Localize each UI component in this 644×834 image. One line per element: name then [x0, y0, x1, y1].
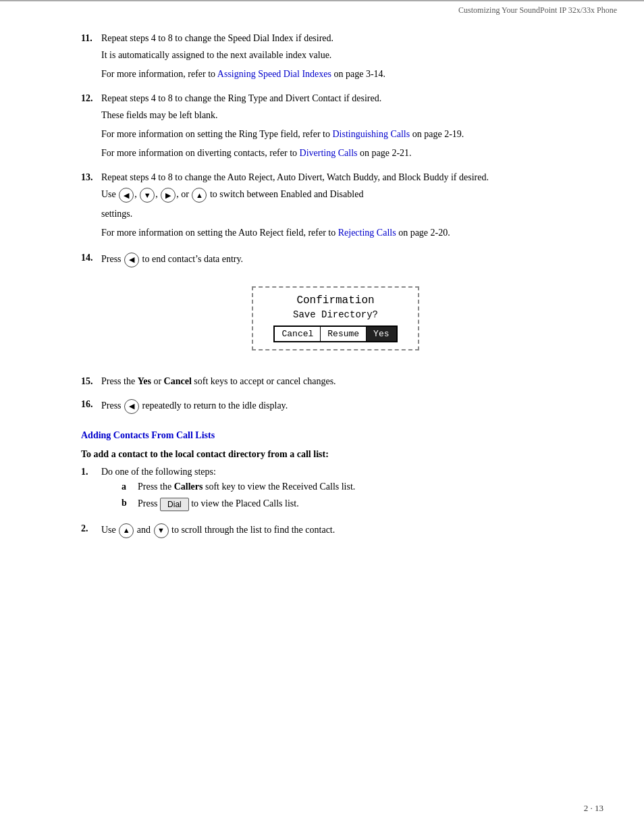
new-step-2: 2. Use ▲ and ▼ to scroll through the lis… — [81, 523, 590, 538]
softkey-cancel[interactable]: Cancel — [275, 327, 321, 341]
substep-a-label: a — [122, 481, 138, 492]
substep-a-text: Press the Callers soft key to view the R… — [138, 481, 355, 492]
nav-left-icon: ◀ — [119, 188, 134, 203]
link-assigning-speed-dial[interactable]: Assigning Speed Dial Indexes — [217, 69, 331, 79]
section-heading: Adding Contacts From Call Lists — [81, 430, 590, 441]
substep-b-label: b — [122, 498, 138, 509]
link-distinguishing-calls[interactable]: Distinguishing Calls — [332, 129, 410, 139]
step-11-main: Repeat steps 4 to 8 to change the Speed … — [101, 33, 590, 44]
step-11: 11. Repeat steps 4 to 8 to change the Sp… — [81, 33, 590, 81]
confirmation-box: Confirmation Save Directory? Cancel Resu… — [252, 286, 419, 350]
new-step-2-main: Use ▲ and ▼ to scroll through the list t… — [101, 523, 590, 538]
step-13: 13. Repeat steps 4 to 8 to change the Au… — [81, 172, 590, 240]
dial-button[interactable]: Dial — [160, 498, 189, 511]
new-step-1-line: 1. Do one of the following steps: — [81, 467, 590, 477]
new-step-1-num: 1. — [81, 467, 101, 477]
step-13-main: Repeat steps 4 to 8 to change the Auto R… — [101, 172, 590, 183]
step-15-num: 15. — [81, 376, 101, 387]
step-11-indent: It is automatically assigned to the next… — [101, 48, 590, 81]
substep-a: a Press the Callers soft key to view the… — [122, 481, 590, 492]
nav-back-icon: ◀ — [124, 253, 139, 267]
step-11-num: 11. — [81, 33, 101, 44]
step-13-note2: For more information on setting the Auto… — [101, 226, 590, 240]
step-11-sub2: For more information, refer to Assigning… — [101, 67, 590, 82]
nav-back-icon2: ◀ — [124, 399, 139, 414]
step-15-line: 15. Press the Yes or Cancel soft keys to… — [81, 376, 590, 387]
step-14-line: 14. Press ◀ to end contact’s data entry. — [81, 253, 590, 267]
softkey-yes[interactable]: Yes — [367, 327, 396, 341]
step-12-indent: These fields may be left blank. For more… — [101, 108, 590, 160]
header-title: Customizing Your SoundPoint IP 32x/33x P… — [458, 5, 617, 15]
step-15: 15. Press the Yes or Cancel soft keys to… — [81, 376, 590, 387]
substep-b: b Press Dial to view the Placed Calls li… — [122, 498, 590, 511]
nav-down2-icon: ▼ — [154, 523, 169, 538]
subsection-heading: To add a contact to the local contact di… — [81, 449, 590, 460]
confirmation-subtitle: Save Directory? — [273, 309, 397, 320]
step-12-num: 12. — [81, 93, 101, 104]
step-13-note1: Use ◀, ▼, ▶, or ▲ to switch between Enab… — [101, 187, 590, 203]
substep-b-text: Press Dial to view the Placed Calls list… — [138, 498, 299, 511]
link-diverting-calls[interactable]: Diverting Calls — [300, 148, 358, 158]
step-13-line: 13. Repeat steps 4 to 8 to change the Au… — [81, 172, 590, 183]
step-11-sub1: It is automatically assigned to the next… — [101, 48, 590, 63]
step-16-line: 16. Press ◀ repeatedly to return to the … — [81, 399, 590, 414]
confirmation-title: Confirmation — [273, 294, 397, 307]
softkey-resume[interactable]: Resume — [321, 327, 367, 341]
step-13-num: 13. — [81, 172, 101, 183]
new-step-2-num: 2. — [81, 523, 101, 534]
page-footer: 2 · 13 — [584, 803, 603, 814]
step-14: 14. Press ◀ to end contact’s data entry.… — [81, 253, 590, 363]
nav-up-icon: ▲ — [192, 188, 207, 203]
step-14-main: Press ◀ to end contact’s data entry. — [101, 253, 590, 267]
step-16: 16. Press ◀ repeatedly to return to the … — [81, 399, 590, 414]
page-number: 2 · 13 — [584, 803, 603, 813]
step-16-main: Press ◀ repeatedly to return to the idle… — [101, 399, 590, 414]
step-16-num: 16. — [81, 399, 101, 410]
step-12-sub2: For more information on setting the Ring… — [101, 127, 590, 142]
new-step-1-indent: a Press the Callers soft key to view the… — [101, 481, 590, 511]
new-step-1: 1. Do one of the following steps: a Pres… — [81, 467, 590, 511]
step-12-line: 12. Repeat steps 4 to 8 to change the Ri… — [81, 93, 590, 104]
step-12-sub3: For more information on diverting contac… — [101, 146, 590, 161]
nav-down-icon: ▼ — [140, 188, 155, 203]
step-14-num: 14. — [81, 253, 101, 263]
step-12-main: Repeat steps 4 to 8 to change the Ring T… — [101, 93, 590, 104]
softkey-bar: Cancel Resume Yes — [273, 325, 397, 342]
new-step-1-main: Do one of the following steps: — [101, 467, 590, 477]
step-11-line: 11. Repeat steps 4 to 8 to change the Sp… — [81, 33, 590, 44]
main-content: 11. Repeat steps 4 to 8 to change the Sp… — [0, 26, 644, 577]
step-12-sub1: These fields may be left blank. — [101, 108, 590, 123]
step-15-main: Press the Yes or Cancel soft keys to acc… — [101, 376, 590, 387]
step-13-indent: Use ◀, ▼, ▶, or ▲ to switch between Enab… — [101, 187, 590, 240]
page-header: Customizing Your SoundPoint IP 32x/33x P… — [0, 0, 644, 20]
step-13-settings: settings. — [101, 207, 590, 221]
confirmation-center: Confirmation Save Directory? Cancel Resu… — [81, 274, 590, 363]
nav-right-icon: ▶ — [161, 188, 176, 203]
nav-up2-icon: ▲ — [119, 523, 134, 538]
link-rejecting-calls[interactable]: Rejecting Calls — [338, 228, 396, 238]
step-12: 12. Repeat steps 4 to 8 to change the Ri… — [81, 93, 590, 160]
new-step-2-line: 2. Use ▲ and ▼ to scroll through the lis… — [81, 523, 590, 538]
